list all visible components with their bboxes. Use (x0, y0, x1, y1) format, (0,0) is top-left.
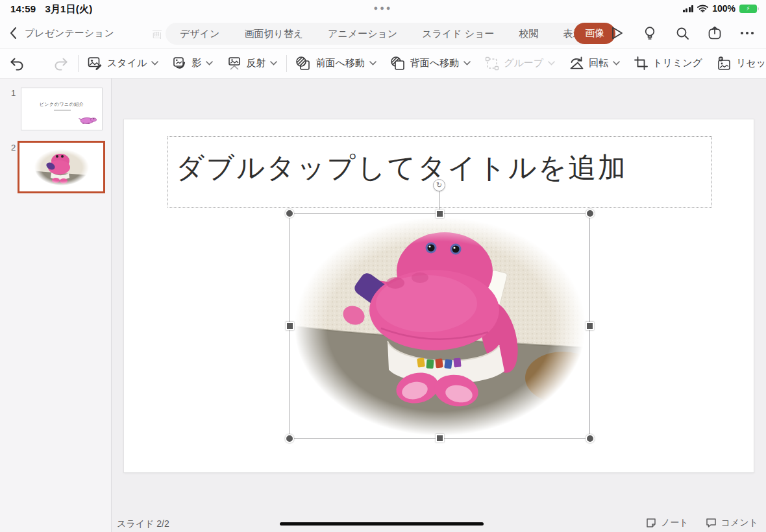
play-icon (611, 26, 624, 40)
ideas-button[interactable] (639, 22, 661, 44)
tab-animations[interactable]: アニメーション (328, 28, 397, 40)
back-button-label: プレゼンテーション (25, 27, 114, 40)
resize-handle-left[interactable] (286, 322, 294, 330)
slide-1-number: 1 (11, 88, 16, 98)
crop-label: トリミング (652, 57, 702, 69)
status-indicators: 100% ⚡ (683, 3, 757, 14)
reset-label: リセット (736, 57, 766, 69)
slide-counter: スライド 2/2 (117, 518, 169, 530)
group-button: グループ (485, 56, 555, 71)
chevron-down-icon (206, 61, 213, 66)
slide-1-croc-clipart (79, 115, 97, 125)
slide-1-thumbnail[interactable]: ピンクのワニの紹介 (21, 88, 103, 130)
slide-thumbnail-panel: 1 ピンクのワニの紹介 2 (0, 79, 112, 532)
resize-handle-right[interactable] (586, 322, 594, 330)
ellipsis-icon (740, 31, 754, 35)
reflection-button[interactable]: 反射 (227, 56, 277, 71)
battery-icon: ⚡ (739, 5, 757, 13)
style-button[interactable]: スタイル (88, 56, 158, 70)
home-indicator[interactable] (280, 522, 484, 526)
resize-handle-bottom[interactable] (436, 434, 444, 442)
tab-partial: 画 (152, 29, 162, 41)
chevron-down-icon (463, 61, 471, 66)
resize-handle-top-right[interactable] (586, 209, 595, 218)
picture-selection-box[interactable] (290, 213, 590, 439)
search-icon (676, 27, 689, 40)
tab-design[interactable]: デザイン (180, 28, 219, 40)
send-backward-label: 背面へ移動 (410, 57, 459, 69)
chevron-down-icon (270, 61, 277, 66)
chevron-down-icon (369, 61, 377, 66)
status-bar: 14:593月1日(火) ●●● 100% ⚡ (0, 0, 766, 18)
bring-forward-icon (296, 56, 311, 71)
rotation-handle[interactable]: ↻ (433, 179, 445, 191)
chevron-down-icon (151, 61, 158, 66)
more-button[interactable] (736, 22, 758, 44)
undo-icon (9, 56, 25, 71)
share-icon (708, 26, 722, 40)
comment-icon (706, 518, 717, 528)
bottom-right-actions: ノート コメント (646, 517, 758, 529)
note-icon (646, 518, 656, 528)
undo-button[interactable] (9, 56, 25, 71)
cellular-signal-icon (683, 5, 694, 12)
present-play-button[interactable] (606, 22, 628, 44)
shadow-label: 影 (192, 57, 201, 69)
chevron-down-icon (613, 61, 620, 66)
share-button[interactable] (704, 22, 726, 44)
notes-button[interactable]: ノート (646, 517, 689, 529)
slide-2-thumbnail-selected[interactable] (18, 141, 105, 193)
ribbon-tabs: デザイン 画面切り替え アニメーション スライド ショー 校閲 表示 (166, 23, 597, 45)
lightbulb-icon (643, 26, 656, 40)
resize-handle-bottom-right[interactable] (586, 434, 595, 443)
shadow-icon (173, 56, 187, 70)
wifi-icon (697, 5, 708, 12)
chevron-left-icon (9, 27, 17, 40)
search-button[interactable] (671, 22, 693, 44)
reset-picture-icon (717, 56, 732, 71)
crop-button[interactable]: トリミング (634, 56, 702, 70)
battery-percent: 100% (712, 3, 735, 14)
notes-label: ノート (661, 517, 689, 529)
tabbar-action-icons (606, 22, 758, 44)
style-label: スタイル (107, 57, 147, 69)
slide-2-number: 2 (11, 143, 16, 152)
rotate-icon (569, 56, 584, 70)
comments-label: コメント (721, 517, 758, 529)
slide-1-thumbnail-subtitle (54, 110, 71, 111)
tab-slideshow[interactable]: スライド ショー (422, 28, 494, 40)
shadow-button[interactable]: 影 (173, 56, 213, 70)
comments-button[interactable]: コメント (706, 517, 758, 529)
charging-bolt-icon: ⚡ (746, 5, 750, 12)
resize-handle-bottom-left[interactable] (285, 434, 294, 443)
multitask-dots-icon[interactable]: ●●● (0, 4, 766, 12)
group-icon (485, 56, 499, 71)
reset-button[interactable]: リセット (717, 56, 766, 71)
redo-button (53, 56, 69, 71)
reflection-icon (227, 56, 241, 71)
send-backward-button[interactable]: 背面へ移動 (391, 56, 471, 71)
redo-icon (53, 56, 69, 71)
slide-2-thumbnail-picture (27, 147, 97, 188)
slide-2-editing-surface[interactable]: ダブルタップしてタイトルを追加 ↻ (123, 119, 754, 473)
pink-crocodile-photo[interactable] (290, 214, 591, 439)
group-label: グループ (504, 57, 543, 69)
chevron-down-icon (548, 61, 555, 66)
rotate-label: 回転 (589, 57, 608, 69)
send-backward-icon (391, 56, 406, 71)
resize-handle-top[interactable] (436, 210, 444, 218)
picture-toolbar: スタイル 影 反射 前面へ移動 (0, 48, 766, 79)
tab-review[interactable]: 校閲 (519, 28, 539, 40)
picture-style-icon (88, 56, 103, 70)
bring-forward-label: 前面へ移動 (315, 57, 364, 69)
tab-transitions[interactable]: 画面切り替え (244, 28, 303, 40)
slide-1-thumbnail-title: ピンクのワニの紹介 (21, 101, 102, 108)
ribbon-tab-bar: プレゼンテーション 画 デザイン 画面切り替え アニメーション スライド ショー… (0, 18, 766, 48)
crop-icon (634, 56, 648, 70)
back-button[interactable]: プレゼンテーション (9, 24, 114, 42)
reflection-label: 反射 (246, 57, 266, 69)
resize-handle-top-left[interactable] (285, 209, 294, 218)
rotate-button[interactable]: 回転 (569, 56, 620, 70)
bring-forward-button[interactable]: 前面へ移動 (296, 56, 376, 71)
